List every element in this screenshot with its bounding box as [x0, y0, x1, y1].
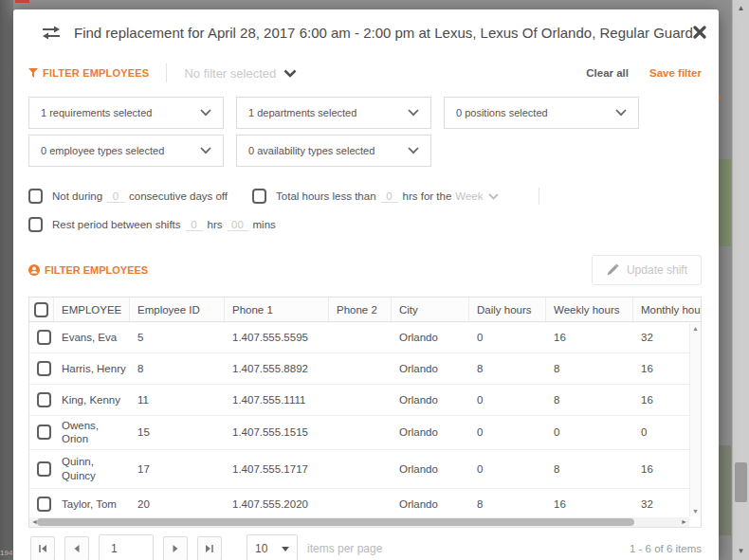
table-row[interactable]: Quinn, Quincy 17 1.407.555.1717 Orlando …: [29, 450, 691, 489]
employee-table: EMPLOYEE Employee ID Phone 1 Phone 2 Cit…: [28, 297, 702, 528]
clear-all-button[interactable]: Clear all: [586, 67, 629, 79]
total-hours-label-mid: hrs for the: [403, 190, 452, 202]
employees-section-header: FILTER EMPLOYEES Update shift: [28, 255, 702, 285]
total-hours-input[interactable]: 0: [381, 190, 398, 203]
dropdown-row-2: 0 employee types selected 0 availability…: [28, 135, 703, 167]
modal-header: Find replacement for April 28, 2017 6:00…: [13, 9, 719, 55]
background-green-fragment: [718, 159, 731, 246]
save-filter-button[interactable]: Save filter: [649, 67, 702, 79]
table-row[interactable]: King, Kenny 11 1.407.555.1111 Orlando 0 …: [29, 385, 691, 416]
col-phone2[interactable]: Phone 2: [329, 298, 392, 321]
consecutive-days-input[interactable]: 0: [107, 190, 124, 203]
divider: [539, 188, 539, 205]
items-range-label: 1 - 6 of 6 items: [630, 543, 702, 554]
person-icon: [28, 264, 40, 276]
pagination-bar: 10 items per page 1 - 6 of 6 items: [30, 534, 702, 560]
filter-employees-heading: FILTER EMPLOYEES: [28, 67, 149, 79]
col-employee-id[interactable]: Employee ID: [130, 298, 225, 321]
chevron-down-icon: [200, 109, 211, 117]
modal-title: Find replacement for April 28, 2017 6:00…: [74, 25, 693, 41]
scrollbar-thumb[interactable]: [735, 462, 747, 502]
filter-funnel-icon: [28, 68, 38, 78]
select-all-checkbox[interactable]: [34, 302, 48, 317]
items-per-page-label: items per page: [307, 542, 382, 555]
saved-filter-dropdown[interactable]: No filter selected: [184, 66, 297, 81]
page-size-select[interactable]: 10: [247, 534, 298, 560]
filter-employees-section-heading: FILTER EMPLOYEES: [28, 264, 148, 276]
hscrollbar-thumb[interactable]: [37, 518, 634, 526]
chevron-down-icon: [615, 109, 627, 117]
period-dropdown[interactable]: Week: [455, 190, 498, 202]
row-checkbox[interactable]: [37, 361, 51, 376]
scroll-right-icon[interactable]: ►: [681, 517, 687, 527]
rest-mins-label: mins: [253, 219, 276, 230]
total-hours-label-pre: Total hours less than: [276, 190, 375, 202]
chevron-down-icon: [283, 69, 297, 78]
availability-types-dropdown[interactable]: 0 availability types selected: [236, 135, 431, 167]
requirements-dropdown[interactable]: 1 requirements selected: [28, 97, 224, 129]
total-hours-checkbox[interactable]: [252, 189, 266, 204]
col-monthly-hours[interactable]: Monthly hours: [633, 298, 701, 321]
table-row[interactable]: Taylor, Tom 20 1.407.555.2020 Orlando 8 …: [29, 489, 691, 520]
not-during-label-pre: Not during: [52, 190, 102, 202]
scroll-down-icon[interactable]: ▼: [690, 508, 701, 515]
table-header-row: EMPLOYEE Employee ID Phone 1 Phone 2 Cit…: [29, 298, 701, 322]
col-city[interactable]: City: [392, 298, 469, 321]
previous-page-button[interactable]: [64, 536, 89, 560]
table-horizontal-scrollbar[interactable]: ◄ ►: [29, 517, 689, 527]
departments-dropdown[interactable]: 1 departments selected: [236, 97, 431, 129]
pencil-icon: [606, 263, 619, 277]
first-page-button[interactable]: [30, 536, 55, 560]
scroll-up-icon[interactable]: ▲: [733, 2, 749, 15]
advanced-filters: Not during 0 consecutive days off Total …: [28, 188, 703, 232]
not-during-label-post: consecutive days off: [129, 190, 228, 202]
table-row[interactable]: Harris, Henry 8 1.407.555.8892 Orlando 8…: [29, 353, 691, 385]
rest-hours-input[interactable]: 0: [186, 219, 203, 231]
rest-period-checkbox[interactable]: [28, 217, 43, 232]
table-body: Evans, Eva 5 1.407.555.5595 Orlando 0 16…: [29, 322, 691, 520]
chevron-down-icon: [488, 193, 499, 200]
row-checkbox[interactable]: [37, 392, 51, 407]
dropdown-row-1: 1 requirements selected 1 departments se…: [28, 97, 703, 129]
col-daily-hours[interactable]: Daily hours: [469, 298, 546, 321]
positions-dropdown[interactable]: 0 positions selected: [444, 97, 639, 129]
chevron-down-icon: [408, 109, 419, 117]
scroll-down-icon[interactable]: ▼: [733, 545, 749, 558]
divider: [166, 63, 167, 82]
row-checkbox[interactable]: [37, 330, 51, 345]
rest-period-label: Rest period between shifts: [52, 219, 181, 230]
scroll-up-icon[interactable]: ▲: [690, 325, 701, 332]
close-icon[interactable]: [693, 26, 706, 39]
row-checkbox[interactable]: [37, 497, 51, 512]
browser-scrollbar[interactable]: ▲ ▼: [732, 0, 749, 560]
rest-mins-input[interactable]: 00: [228, 219, 248, 231]
update-shift-button[interactable]: Update shift: [592, 255, 702, 285]
row-checkbox[interactable]: [37, 461, 51, 477]
rest-hours-label: hrs: [208, 219, 223, 230]
find-replacement-modal: Find replacement for April 28, 2017 6:00…: [13, 9, 719, 560]
col-employee[interactable]: EMPLOYEE: [54, 298, 130, 321]
chevron-down-icon: [408, 147, 419, 154]
background-red-fragment: [15, 0, 29, 3]
employee-types-dropdown[interactable]: 0 employee types selected: [28, 135, 224, 167]
next-page-button[interactable]: [163, 536, 188, 560]
table-row[interactable]: Owens, Orion 15 1.407.555.1515 Orlando 0…: [29, 416, 691, 450]
page-number-input[interactable]: [99, 534, 154, 560]
last-page-button[interactable]: [197, 536, 222, 560]
background-green-fragment-2: [718, 445, 731, 535]
not-during-checkbox[interactable]: [28, 189, 43, 204]
swap-arrows-icon: [42, 26, 61, 40]
dropdown-arrow-icon: [282, 547, 289, 551]
col-weekly-hours[interactable]: Weekly hours: [546, 298, 633, 321]
dim-overlay-left: [0, 0, 13, 560]
table-vertical-scrollbar[interactable]: ▲ ▼: [689, 323, 701, 516]
chevron-down-icon: [200, 147, 211, 154]
filter-bar: FILTER EMPLOYEES No filter selected Clea…: [28, 63, 702, 83]
row-checkbox[interactable]: [37, 425, 51, 440]
col-phone1[interactable]: Phone 1: [225, 298, 329, 321]
table-row[interactable]: Evans, Eva 5 1.407.555.5595 Orlando 0 16…: [29, 322, 691, 353]
